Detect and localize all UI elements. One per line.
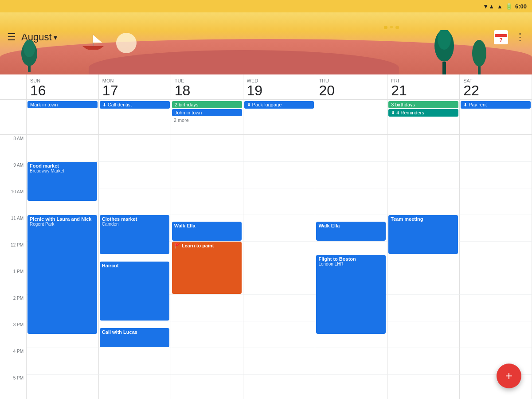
day-header-fri[interactable]: Fri 21 xyxy=(387,74,460,99)
time-grid-scroll[interactable]: 8 AM9 AM10 AM11 AM12 PM1 PM2 PM3 PM4 PM5… xyxy=(0,135,532,399)
time-cell-d2-h15 xyxy=(171,321,243,348)
day-header-tue[interactable]: Tue 18 xyxy=(171,74,243,99)
day-header-wed[interactable]: Wed 19 xyxy=(243,74,316,99)
event-4-reminders[interactable]: ⬇ 4 Reminders xyxy=(388,109,458,117)
time-cell-d5-h15 xyxy=(387,321,460,348)
calendar-grid: Sun 16 Mon 17 Tue 18 Wed 19 Thu 20 Fri 2… xyxy=(0,74,532,399)
time-cell-d4-h16 xyxy=(315,348,387,375)
time-cell-d2-h8 xyxy=(171,135,243,162)
timed-event-flight-to-boston[interactable]: Flight to BostonLondon LHR xyxy=(316,255,386,334)
timed-event-haircut[interactable]: Haircut xyxy=(100,262,169,321)
more-options-icon[interactable]: ⋮ xyxy=(515,31,525,43)
time-cell-d6-h10 xyxy=(460,188,532,215)
time-label-5pm: 5 PM xyxy=(0,375,27,399)
time-cell-d4-h9 xyxy=(315,162,387,188)
time-cell-d6-h9 xyxy=(460,162,532,188)
time-cell-d3-h17 xyxy=(243,375,316,399)
time-label-12pm: 12 PM xyxy=(0,242,27,268)
allday-sun: Mark in town xyxy=(27,100,99,134)
time-gutter-header xyxy=(0,74,27,99)
event-3-birthdays[interactable]: 3 birthdays xyxy=(388,101,458,108)
time-cell-d5-h16 xyxy=(387,348,460,375)
time-cell-d2-h14 xyxy=(171,295,243,321)
time-cell-d5-h8 xyxy=(387,135,460,162)
allday-mon: ⬇ Call dentist xyxy=(99,100,171,134)
event-mark-in-town[interactable]: Mark in town xyxy=(27,101,98,108)
time-cell-d3-h8 xyxy=(243,135,316,162)
time-cell-d3-h15 xyxy=(243,321,316,348)
time-cell-d6-h14 xyxy=(460,295,532,321)
add-event-fab[interactable]: + xyxy=(497,364,521,388)
day-header-thu[interactable]: Thu 20 xyxy=(315,74,387,99)
time-label-3pm: 3 PM xyxy=(0,321,27,348)
event-pay-rent[interactable]: ⬇ Pay rent xyxy=(461,101,531,109)
allday-fri: 3 birthdays ⬇ 4 Reminders xyxy=(387,100,460,134)
time-cell-d0-h8 xyxy=(27,135,99,162)
timed-event-picnic-with-laura-an[interactable]: Picnic with Laura and NickRegent Park xyxy=(27,215,97,334)
time-label-10am: 10 AM xyxy=(0,188,27,215)
time-cell-d2-h9 xyxy=(171,162,243,188)
time-cell-d4-h8 xyxy=(315,135,387,162)
event-john-in-town[interactable]: John in town xyxy=(172,109,242,116)
allday-sat: ⬇ Pay rent xyxy=(460,100,532,134)
more-events-link-tue[interactable]: 2 more xyxy=(172,117,242,123)
time-cell-d1-h17 xyxy=(99,375,171,399)
day-header-sun[interactable]: Sun 16 xyxy=(27,74,99,99)
time-cell-d1-h16 xyxy=(99,348,171,375)
status-icons: ▼▲ ▲ 🔋 6:00 xyxy=(483,3,527,10)
event-pack-luggage[interactable]: ⬇ Pack luggage xyxy=(244,101,314,109)
day-headers-row: Sun 16 Mon 17 Tue 18 Wed 19 Thu 20 Fri 2… xyxy=(0,74,532,100)
allday-row: Mark in town ⬇ Call dentist 2 birthdays … xyxy=(0,100,532,135)
time-cell-d6-h15 xyxy=(460,321,532,348)
time-cell-d4-h17 xyxy=(315,375,387,399)
time-cell-d2-h17 xyxy=(171,375,243,399)
timed-event-walk-ella[interactable]: Walk Ella xyxy=(172,222,242,241)
time-grid: 8 AM9 AM10 AM11 AM12 PM1 PM2 PM3 PM4 PM5… xyxy=(0,135,532,399)
time-cell-d3-h16 xyxy=(243,348,316,375)
timed-event-🚩-learn-to-paint[interactable]: 🚩 Learn to paint xyxy=(172,242,242,294)
signal-icon: ▲ xyxy=(497,3,503,10)
day-header-mon[interactable]: Mon 17 xyxy=(99,74,171,99)
menu-icon[interactable]: ☰ xyxy=(7,31,16,43)
svg-rect-7 xyxy=(442,62,446,74)
time-cell-d2-h10 xyxy=(171,188,243,215)
clock: 6:00 xyxy=(515,3,527,10)
time-cell-d3-h9 xyxy=(243,162,316,188)
timed-event-team-meeting[interactable]: Team meeting xyxy=(388,215,458,254)
time-label-11am: 11 AM xyxy=(0,215,27,242)
time-label-1pm: 1 PM xyxy=(0,268,27,295)
time-cell-d0-h17 xyxy=(27,375,99,399)
time-cell-d2-h16 xyxy=(171,348,243,375)
timed-event-walk-ella[interactable]: Walk Ella xyxy=(316,222,386,241)
time-label-2pm: 2 PM xyxy=(0,295,27,321)
time-label-8am: 8 AM xyxy=(0,135,27,162)
time-cell-d1-h9 xyxy=(99,162,171,188)
month-title[interactable]: August ▾ xyxy=(21,31,57,43)
time-cell-d5-h9 xyxy=(387,162,460,188)
time-label-9am: 9 AM xyxy=(0,162,27,188)
time-cell-d4-h10 xyxy=(315,188,387,215)
time-cell-d3-h10 xyxy=(243,188,316,215)
time-cell-d6-h16 xyxy=(460,348,532,375)
svg-rect-10 xyxy=(478,66,481,74)
event-2-birthdays[interactable]: 2 birthdays xyxy=(172,101,242,108)
event-call-dentist[interactable]: ⬇ Call dentist xyxy=(100,101,170,109)
time-cell-d1-h10 xyxy=(99,188,171,215)
wifi-icon: ▼▲ xyxy=(483,3,494,10)
timed-event-call-with-lucas[interactable]: Call with Lucas xyxy=(100,328,169,347)
time-cell-d3-h11 xyxy=(243,215,316,242)
time-label-4pm: 4 PM xyxy=(0,348,27,375)
timed-event-food-market[interactable]: Food marketBroadway Market xyxy=(27,162,97,201)
day-header-sat[interactable]: Sat 22 xyxy=(460,74,532,99)
time-cell-d5-h13 xyxy=(387,268,460,295)
status-bar: ▼▲ ▲ 🔋 6:00 xyxy=(0,0,532,12)
allday-gutter xyxy=(0,100,27,134)
time-cell-d5-h17 xyxy=(387,375,460,399)
timed-event-clothes-market[interactable]: Clothes marketCamden xyxy=(100,215,169,254)
header-illustration: ☰ August ▾ 7 ⋮ xyxy=(0,12,532,74)
dropdown-arrow-icon: ▾ xyxy=(54,33,57,42)
allday-wed: ⬇ Pack luggage xyxy=(243,100,316,134)
time-cell-d6-h17 xyxy=(460,375,532,399)
calendar-today-button[interactable]: 7 xyxy=(494,30,508,44)
time-cell-d6-h12 xyxy=(460,242,532,268)
